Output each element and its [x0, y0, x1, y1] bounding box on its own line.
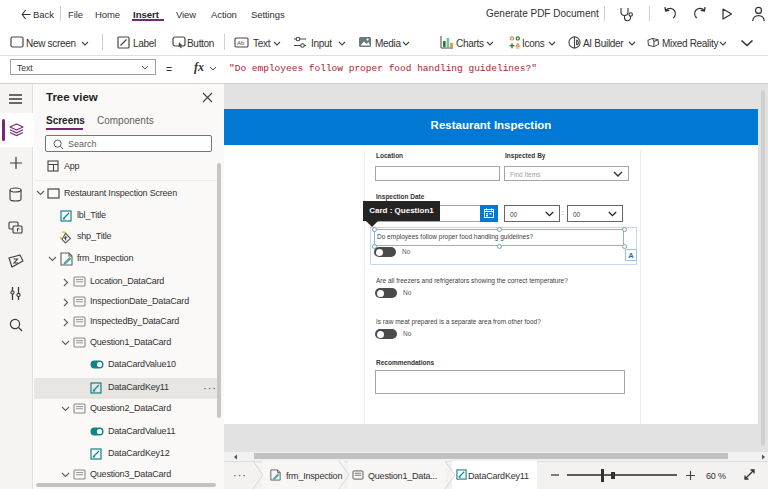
- svg-text:Ab: Ab: [237, 40, 245, 46]
